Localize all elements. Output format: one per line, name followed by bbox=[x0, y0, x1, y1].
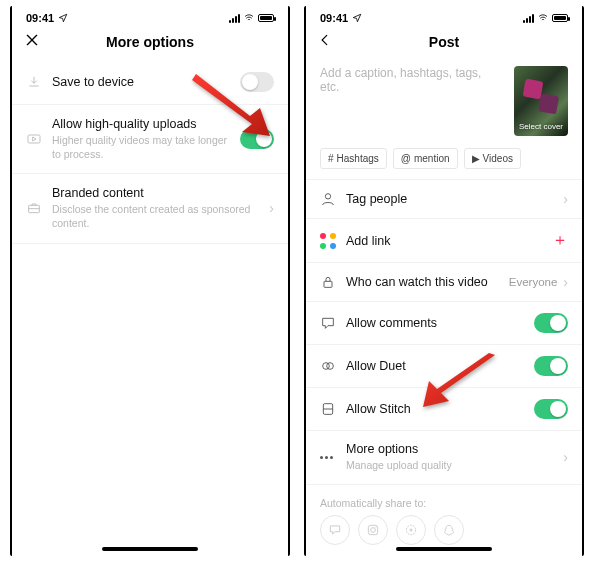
chevron-right-icon: › bbox=[563, 191, 568, 207]
who-watch-label: Who can watch this video bbox=[346, 275, 488, 289]
row-more-options[interactable]: More options Manage upload quality › bbox=[306, 431, 582, 485]
add-link-label: Add link bbox=[346, 234, 390, 248]
share-message-button[interactable] bbox=[320, 515, 350, 545]
chevron-right-icon: › bbox=[269, 200, 274, 216]
status-time: 09:41 bbox=[26, 12, 68, 24]
close-icon bbox=[24, 32, 40, 48]
status-bar: 09:41 bbox=[12, 6, 288, 26]
instagram-icon bbox=[366, 523, 380, 537]
chip-videos-label: Videos bbox=[483, 153, 513, 164]
battery-icon bbox=[552, 14, 568, 22]
location-arrow-icon bbox=[58, 13, 68, 23]
home-indicator bbox=[102, 547, 198, 551]
location-arrow-icon bbox=[352, 13, 362, 23]
at-icon: @ bbox=[401, 153, 411, 164]
share-instagram-button[interactable] bbox=[358, 515, 388, 545]
annotation-arrow-hq bbox=[182, 74, 272, 144]
nav-bar: Post bbox=[306, 26, 582, 60]
annotation-arrow-more bbox=[421, 353, 501, 413]
row-who-watch[interactable]: Who can watch this video Everyone › bbox=[306, 263, 582, 302]
chevron-left-icon bbox=[318, 33, 332, 47]
allow-comments-toggle[interactable] bbox=[534, 313, 568, 333]
row-branded-content[interactable]: Branded content Disclose the content cre… bbox=[12, 174, 288, 243]
row-tag-people[interactable]: Tag people › bbox=[306, 180, 582, 219]
chip-mention-label: mention bbox=[414, 153, 450, 164]
status-time: 09:41 bbox=[320, 12, 362, 24]
hq-video-icon bbox=[26, 131, 42, 147]
battery-icon bbox=[258, 14, 274, 22]
svg-point-2 bbox=[325, 194, 330, 199]
allow-stitch-toggle[interactable] bbox=[534, 399, 568, 419]
svg-rect-3 bbox=[324, 281, 332, 287]
page-title: More options bbox=[106, 34, 194, 50]
more-horizontal-icon bbox=[320, 449, 336, 465]
who-watch-value: Everyone bbox=[509, 276, 558, 288]
more-options-sub: Manage upload quality bbox=[346, 459, 553, 473]
status-bar: 09:41 bbox=[306, 6, 582, 26]
caption-area: Add a caption, hashtags, tags, etc. Sele… bbox=[306, 60, 582, 146]
play-circle-icon: ▶ bbox=[472, 153, 480, 164]
svg-point-5 bbox=[327, 363, 334, 370]
allow-duet-toggle[interactable] bbox=[534, 356, 568, 376]
chevron-right-icon: › bbox=[563, 274, 568, 290]
wifi-icon bbox=[243, 13, 255, 23]
caption-input[interactable]: Add a caption, hashtags, tags, etc. bbox=[320, 66, 504, 136]
status-right bbox=[229, 13, 274, 23]
hash-icon: # bbox=[328, 153, 334, 164]
chip-hashtags[interactable]: #Hashtags bbox=[320, 148, 387, 169]
person-icon bbox=[320, 191, 336, 207]
nav-bar: More options bbox=[12, 26, 288, 60]
chip-videos[interactable]: ▶Videos bbox=[464, 148, 521, 169]
download-icon bbox=[26, 74, 42, 90]
wifi-icon bbox=[537, 13, 549, 23]
comment-icon bbox=[320, 315, 336, 331]
status-right bbox=[523, 13, 568, 23]
chip-mention[interactable]: @mention bbox=[393, 148, 458, 169]
tag-people-label: Tag people bbox=[346, 192, 407, 206]
chip-row: #Hashtags @mention ▶Videos bbox=[306, 146, 582, 179]
svg-point-8 bbox=[371, 527, 376, 532]
screen-more-options: 09:41 More options Save to device Allow … bbox=[10, 6, 290, 556]
screen-post: 09:41 Post Add a caption, hashtags, tags… bbox=[304, 6, 584, 556]
row-add-link[interactable]: Add link ＋ bbox=[306, 219, 582, 263]
row-allow-comments[interactable]: Allow comments bbox=[306, 302, 582, 345]
dots-color-icon bbox=[320, 233, 336, 249]
share-stories-button[interactable] bbox=[396, 515, 426, 545]
briefcase-icon bbox=[26, 200, 42, 216]
plus-icon: ＋ bbox=[552, 230, 568, 251]
allow-comments-label: Allow comments bbox=[346, 316, 437, 330]
svg-point-9 bbox=[375, 526, 376, 527]
status-time-text: 09:41 bbox=[26, 12, 54, 24]
cover-label: Select cover bbox=[519, 122, 563, 136]
svg-rect-0 bbox=[28, 135, 40, 143]
lock-icon bbox=[320, 274, 336, 290]
branded-content-sub: Disclose the content created as sponsore… bbox=[52, 203, 259, 230]
more-options-label: More options bbox=[346, 442, 553, 456]
stories-icon bbox=[404, 523, 418, 537]
cellular-icon bbox=[229, 14, 240, 23]
page-title: Post bbox=[429, 34, 459, 50]
allow-stitch-label: Allow Stitch bbox=[346, 402, 411, 416]
branded-content-label: Branded content bbox=[52, 186, 259, 200]
share-label: Automatically share to: bbox=[306, 485, 582, 515]
cellular-icon bbox=[523, 14, 534, 23]
speech-icon bbox=[328, 523, 342, 537]
allow-duet-label: Allow Duet bbox=[346, 359, 406, 373]
chip-hashtags-label: Hashtags bbox=[337, 153, 379, 164]
cover-select[interactable]: Select cover bbox=[514, 66, 568, 136]
share-snapchat-button[interactable] bbox=[434, 515, 464, 545]
stitch-icon bbox=[320, 401, 336, 417]
home-indicator bbox=[396, 547, 492, 551]
chevron-right-icon: › bbox=[563, 449, 568, 465]
close-button[interactable] bbox=[24, 32, 40, 51]
snapchat-icon bbox=[442, 523, 456, 537]
duet-icon bbox=[320, 358, 336, 374]
status-time-text: 09:41 bbox=[320, 12, 348, 24]
back-button[interactable] bbox=[318, 32, 332, 50]
